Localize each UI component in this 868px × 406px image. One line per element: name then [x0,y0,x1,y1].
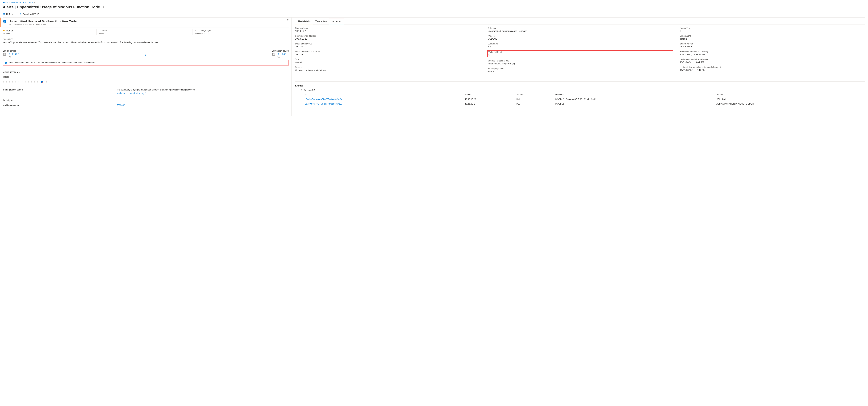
pin-icon[interactable] [102,5,105,9]
new-status-icon [99,30,101,32]
property-item: Last detection (in the network)10/31/202… [680,58,865,64]
table-row[interactable]: c6ac287f-e108-4b71-b807-a6ccf4c3ef8e10.1… [295,97,865,102]
breadcrumb-home[interactable]: Home [3,1,8,4]
technique-link[interactable]: T0836 [117,104,125,106]
tab-violations[interactable]: Violations [329,19,344,24]
property-label: Sensor [295,66,480,68]
property-item: ProtocolMODBUS [488,35,673,40]
property-label: ViolationCount [488,51,671,53]
entity-id-link[interactable]: 96730f5e-3cc1-41fd-aacc-f7edbcb57511 [300,102,464,106]
property-value: default [295,61,480,64]
property-item: SensorVersion24.1.5.3689 [680,42,865,48]
svg-point-16 [99,30,100,30]
source-device-type: HMI [8,56,19,58]
property-value: default [488,70,673,73]
info-icon[interactable] [208,33,210,35]
download-pcap-button[interactable]: Download PCAP [19,13,39,15]
mitre-external-link[interactable]: read more on attack.mitre.org [117,92,147,94]
property-label: Category [488,27,673,29]
entity-id-link[interactable]: c6ac287f-e108-4b71-b807-a6ccf4c3ef8e [300,97,464,102]
status-label: Status [99,32,191,35]
property-label: Destination device [295,42,480,45]
separator [17,12,17,15]
svg-point-14 [99,31,100,31]
tactics-label: Tactics [3,76,289,78]
last-detection-cell: 11 days ago Last detection [192,29,289,35]
property-item: SensorTypeOt [680,27,865,32]
close-icon[interactable] [862,5,865,8]
property-item: Source device10.10.10.22 [295,27,480,32]
tactic-dot [15,82,16,83]
property-value: default [680,37,865,40]
property-value: Ot [680,30,865,32]
property-label: Site [295,58,480,61]
warning-icon [3,29,5,32]
col-name[interactable]: Name [464,92,515,97]
property-label: Source device address [295,35,480,37]
svg-rect-6 [4,22,5,23]
collapse-icon[interactable] [286,19,289,22]
download-pcap-label: Download PCAP [23,13,39,15]
svg-point-24 [5,62,6,63]
property-value: 10.10.10.22 [295,37,480,40]
clock-icon [195,30,197,32]
chevron-down-icon [296,89,298,91]
tab-alert-details[interactable]: Alert details [295,19,313,24]
more-icon[interactable] [107,5,110,9]
entities-devices-toggle[interactable]: Devices (2) [296,89,865,91]
col-subtype[interactable]: Subtype [515,92,554,97]
entity-name: 10.11.50.1 [464,102,515,106]
status-value: New [102,29,106,32]
entity-protocols: MODBUS [554,102,715,106]
svg-point-11 [101,30,101,31]
property-label: SensorZone [680,35,865,37]
table-row[interactable]: 96730f5e-3cc1-41fd-aacc-f7edbcb5751110.1… [295,102,865,106]
property-item: Destination device10.11.50.1 [295,42,480,48]
tactic-dot [28,82,29,83]
tactic-dot [46,82,47,83]
destination-device-type: PLC [277,56,286,58]
severity-cell[interactable]: Medium ⌄ Severity [3,29,96,35]
tactic-dot [9,82,10,83]
entities-devices-label: Devices (2) [304,89,315,91]
property-value: 24.1.5.3689 [680,45,865,48]
col-protocols[interactable]: Protocols [554,92,715,97]
tactic-dot [3,82,4,83]
property-item: Sitedefault [295,58,480,64]
techniques-label: Techniques [3,99,289,102]
external-link-icon [145,92,147,94]
tab-take-action[interactable]: Take action [313,19,329,24]
svg-rect-8 [4,31,4,31]
breadcrumb-defender[interactable]: Defender for IoT | Alerts [11,1,33,4]
entity-vendor: ABB AUTOMATION PRODUCTS GMBH [715,102,865,106]
tactic-dot [31,82,32,83]
breadcrumb: Home › Defender for IoT | Alerts › [3,0,865,5]
property-value: 1 [488,54,671,56]
destination-device-link[interactable]: 10.11.50.1 [277,53,286,55]
svg-rect-7 [4,30,4,31]
property-value: idoscapa-amitcohen-violations [295,69,480,71]
svg-point-15 [99,30,99,31]
alert-id: Alert ID: c3a9a66f-a0d0-439f-a1b1-3b8cf0… [8,24,76,26]
tactic-active-icon[interactable] [40,80,44,84]
chevron-right-icon: › [9,1,10,4]
property-value: 10/31/2024, 12:51:29 PM [680,53,865,56]
technique-name: Modify parameter [3,104,112,106]
property-value: 10/31/2024, 1:13:04 PM [680,61,865,64]
devices-icon [300,89,302,91]
svg-point-13 [100,31,100,31]
col-id[interactable]: ID [300,92,464,97]
refresh-button[interactable]: Refresh [3,13,14,15]
property-item: CategoryUnauthorized Communication Behav… [488,27,673,32]
properties-grid: Source device10.10.10.22Source device ad… [295,27,865,73]
property-label: SensorVersion [680,42,865,45]
property-item: SensorZonedefault [680,35,865,40]
tactic-dot [22,82,23,83]
col-vendor[interactable]: Vendor [715,92,865,97]
svg-point-9 [100,30,100,30]
description-text: New traffic parameters were detected. Th… [3,41,289,44]
status-cell[interactable]: New ⌄ Status [96,29,192,35]
entity-subtype: HMI [515,97,554,102]
source-device-link[interactable]: 10.10.10.22 [8,53,19,55]
property-item: First detection (in the network)10/31/20… [680,50,865,56]
